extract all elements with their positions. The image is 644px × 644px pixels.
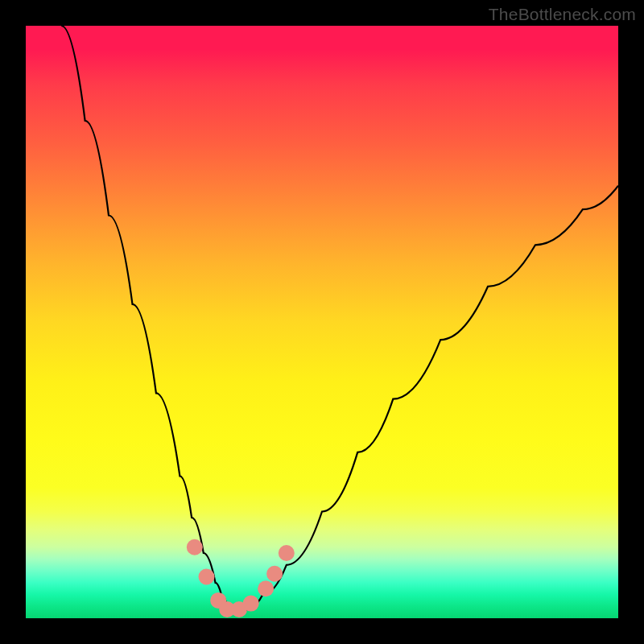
marker-1 <box>187 539 203 555</box>
watermark-text: TheBottleneck.com <box>489 5 636 24</box>
marker-2 <box>199 569 215 585</box>
marker-8 <box>266 566 283 582</box>
marker-9 <box>279 545 295 561</box>
marker-7 <box>258 580 274 597</box>
plot-area <box>26 26 618 618</box>
bottleneck-curve <box>61 26 618 613</box>
chart-svg <box>26 26 618 618</box>
curve-group <box>61 26 618 613</box>
marker-6 <box>243 596 259 612</box>
chart-frame: TheBottleneck.com <box>0 0 644 644</box>
